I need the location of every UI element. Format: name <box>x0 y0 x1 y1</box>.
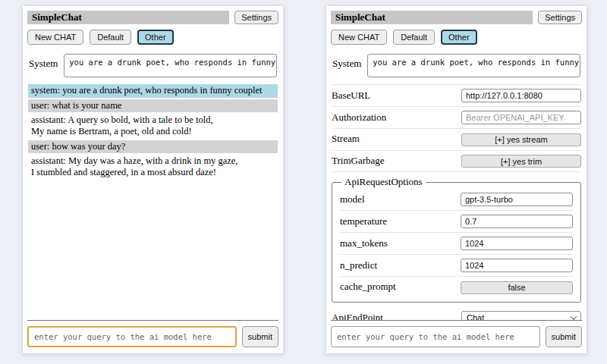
chat-message-list: system: you are a drunk poet, who respon… <box>27 84 278 320</box>
cache-prompt-toggle-button[interactable]: false <box>461 281 573 294</box>
api-request-options-legend: ApiRequestOptions <box>341 176 426 188</box>
submit-button[interactable]: submit <box>546 326 582 347</box>
header: SimpleChat Settings <box>331 11 582 24</box>
chat-panel: SimpleChat Settings New CHAT Default Oth… <box>23 6 283 353</box>
chat-message-system: system: you are a drunk poet, who respon… <box>28 84 278 98</box>
baseurl-label: BaseURL <box>332 89 370 102</box>
new-chat-button[interactable]: New CHAT <box>27 30 83 45</box>
query-row: submit <box>331 326 582 347</box>
temperature-input[interactable] <box>461 215 573 228</box>
query-divider <box>27 320 278 321</box>
chat-message-assistant: assistant: A query so bold, with a tale … <box>28 114 278 138</box>
new-chat-button[interactable]: New CHAT <box>331 30 387 45</box>
submit-button[interactable]: submit <box>242 326 278 347</box>
setting-row-apiendpoint: ApiEndPoint Chat <box>332 308 581 321</box>
session-button-other[interactable]: Other <box>137 30 174 45</box>
settings-panel: SimpleChat Settings New CHAT Default Oth… <box>326 6 587 353</box>
stream-toggle-button[interactable]: [+] yes stream <box>461 133 581 146</box>
apiendpoint-label: ApiEndPoint <box>332 312 383 321</box>
query-input[interactable] <box>331 326 540 347</box>
session-buttons: New CHAT Default Other <box>331 30 582 45</box>
n-predict-input[interactable] <box>461 259 573 272</box>
system-prompt-label: System <box>332 54 361 77</box>
setting-row-trimgarbage: TrimGarbage [+] yes trim <box>332 151 581 173</box>
setting-row-model: model <box>340 189 573 211</box>
query-input[interactable] <box>27 326 237 347</box>
query-divider <box>331 320 582 321</box>
settings-list: BaseURL Authorization Stream [+] yes str… <box>331 84 582 320</box>
settings-button[interactable]: Settings <box>538 11 582 24</box>
setting-row-authorization: Authorization <box>332 107 581 129</box>
app-title: SimpleChat <box>331 11 533 24</box>
apiendpoint-selected-value: Chat <box>467 313 484 321</box>
session-buttons: New CHAT Default Other <box>27 30 278 45</box>
authorization-input[interactable] <box>461 111 581 124</box>
max-tokens-label: max_tokens <box>340 237 388 249</box>
simplechat-app: SimpleChat Settings New CHAT Default Oth… <box>0 0 607 364</box>
header: SimpleChat Settings <box>27 11 278 24</box>
query-row: submit <box>27 326 278 347</box>
session-button-other[interactable]: Other <box>441 30 477 45</box>
max-tokens-input[interactable] <box>461 237 573 250</box>
setting-row-max-tokens: max_tokens <box>340 233 573 255</box>
setting-row-stream: Stream [+] yes stream <box>332 129 581 151</box>
session-button-default[interactable]: Default <box>90 30 131 45</box>
system-prompt-input[interactable]: you are a drunk poet, who responds in fu… <box>367 54 580 77</box>
trimgarbage-label: TrimGarbage <box>332 155 385 167</box>
system-prompt-row: System you are a drunk poet, who respond… <box>332 54 580 77</box>
chat-message-user: user: how was your day? <box>28 140 278 154</box>
setting-row-baseurl: BaseURL <box>332 84 581 107</box>
stream-label: Stream <box>332 133 360 145</box>
authorization-label: Authorization <box>332 111 386 124</box>
setting-row-cache-prompt: cache_prompt false <box>340 277 573 298</box>
api-request-options-fieldset: ApiRequestOptions model temperature max_… <box>332 176 581 303</box>
session-button-default[interactable]: Default <box>393 30 435 45</box>
setting-row-temperature: temperature <box>340 211 573 233</box>
system-prompt-label: System <box>29 54 58 77</box>
app-title: SimpleChat <box>27 11 229 24</box>
setting-row-n-predict: n_predict <box>340 255 573 277</box>
apiendpoint-select[interactable]: Chat <box>461 311 581 321</box>
system-prompt-row: System you are a drunk poet, who respond… <box>29 54 277 77</box>
settings-button[interactable]: Settings <box>234 11 278 24</box>
chat-message-assistant: assistant: My day was a haze, with a dri… <box>28 155 278 179</box>
chat-message-user: user: what is your name <box>28 99 278 113</box>
n-predict-label: n_predict <box>340 259 377 271</box>
model-input[interactable] <box>461 193 573 206</box>
trimgarbage-toggle-button[interactable]: [+] yes trim <box>461 155 581 168</box>
cache-prompt-label: cache_prompt <box>340 281 396 293</box>
chevron-down-icon <box>571 313 577 319</box>
temperature-label: temperature <box>340 215 387 228</box>
system-prompt-input[interactable]: you are a drunk poet, who responds in fu… <box>64 54 277 77</box>
model-label: model <box>340 193 365 206</box>
baseurl-input[interactable] <box>461 89 581 102</box>
